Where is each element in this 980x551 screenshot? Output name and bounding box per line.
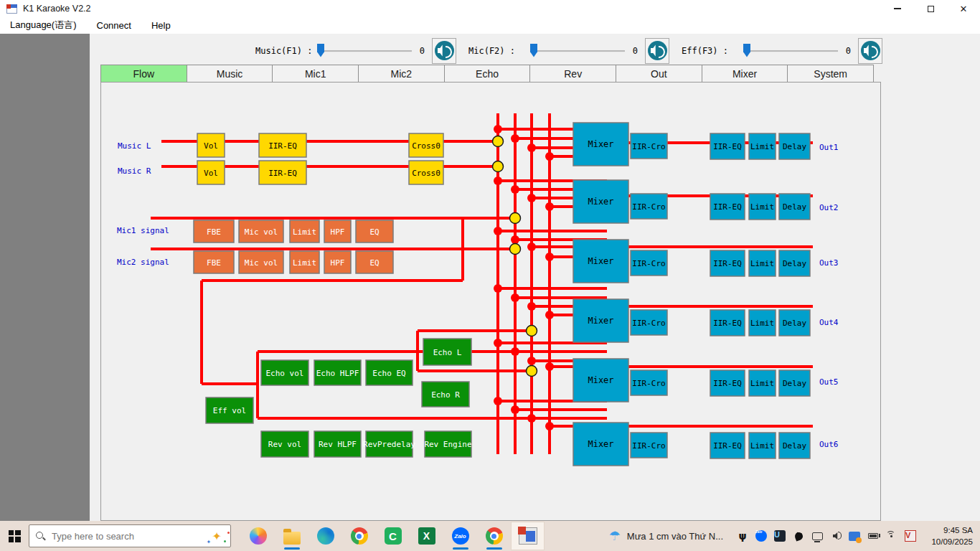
node-label: FBE (207, 258, 221, 268)
search-input[interactable] (52, 531, 212, 542)
node-label: Echo L (433, 348, 462, 357)
tab-mic1[interactable]: Mic1 (273, 65, 359, 83)
display-icon (812, 532, 823, 540)
mic-mute-button[interactable] (645, 38, 669, 64)
copilot-icon[interactable] (241, 522, 275, 550)
volume-slider-row: Music(F1) :0Mic(F2) :0Eff(F3) :0 (0, 34, 980, 65)
signal-label-out2: Out2 (819, 203, 839, 212)
source-connection-dot[interactable] (527, 326, 537, 336)
menubar: Language(语言)ConnectHelp (0, 17, 980, 34)
weather-text: Mưa 1 cm vào Thứ N... (627, 531, 723, 542)
remote-desktop-icon (849, 532, 860, 541)
junction-dot (511, 134, 519, 143)
chrome-icon[interactable] (342, 522, 376, 550)
music-mute-button[interactable] (432, 38, 456, 64)
node-label: Limit (750, 202, 774, 212)
app-window-icon (6, 4, 17, 14)
tab-flow[interactable]: Flow (100, 65, 187, 83)
junction-dot (527, 414, 536, 423)
tab-system[interactable]: System (788, 65, 874, 83)
titlebar: K1 Karaoke V2.2 ✕ (0, 0, 980, 17)
file-explorer-icon[interactable] (275, 522, 308, 550)
chrome-profile2-icon[interactable] (477, 522, 511, 550)
node-label: IIR-EQ (268, 141, 297, 151)
node-label: Mixer (588, 139, 613, 149)
speaker-icon (861, 41, 880, 60)
eff-slider-thumb[interactable] (743, 44, 750, 57)
node-label: FBE (207, 227, 221, 237)
taskbar-search[interactable]: ✦ (29, 524, 231, 547)
source-connection-dot[interactable] (493, 136, 504, 147)
node-label: Vol (204, 169, 218, 178)
edge-icon[interactable] (308, 522, 342, 550)
menu-connect[interactable]: Connect (87, 18, 141, 34)
satellite-icon[interactable] (792, 529, 805, 542)
chrome-icon (351, 527, 368, 545)
menu-language[interactable]: Language(语言) (0, 17, 87, 34)
node-label: Echo vol (266, 369, 304, 378)
music-slider[interactable] (317, 43, 412, 59)
tab-out[interactable]: Out (616, 65, 702, 83)
node-label: Limit (293, 258, 316, 268)
tab-mic2[interactable]: Mic2 (359, 65, 445, 83)
node-label: Mixer (588, 439, 613, 449)
source-connection-dot[interactable] (510, 244, 521, 255)
edge-icon (317, 527, 334, 545)
node-label: Echo EQ (372, 369, 405, 378)
k1-karaoke-app-icon[interactable] (511, 522, 545, 550)
excel-icon[interactable]: X (410, 522, 443, 550)
node-label: IIR-Cro (632, 441, 665, 451)
mic-slider-thumb[interactable] (530, 44, 537, 57)
tab-mixer[interactable]: Mixer (702, 65, 788, 83)
node-label: Limit (293, 227, 316, 237)
node-label: Delay (783, 142, 806, 151)
node-label: IIR-Cro (632, 259, 665, 268)
music-slider-value: 0 (418, 46, 425, 56)
source-connection-dot[interactable] (527, 366, 537, 377)
weather-widget[interactable]: ☂ Mưa 1 cm vào Thứ N... (609, 528, 723, 544)
ultraviewer-icon[interactable]: U (773, 529, 786, 542)
music-slider-thumb[interactable] (317, 44, 324, 57)
start-button[interactable] (0, 530, 29, 542)
menu-help[interactable]: Help (141, 18, 181, 34)
eff-slider-group: Eff(F3) :0 (682, 37, 882, 64)
node-label: RevPredelay (363, 440, 415, 449)
node-label: EQ (369, 258, 379, 268)
remote-desktop-icon[interactable] (848, 529, 861, 542)
maximize-button[interactable] (914, 0, 947, 17)
signal-label-out6: Out6 (819, 440, 839, 449)
display-icon[interactable] (811, 529, 824, 542)
junction-dot (527, 194, 536, 202)
zalo-tray-icon[interactable]: Zalo (755, 529, 768, 542)
ultraviewer-icon: U (774, 530, 786, 542)
minimize-button[interactable] (881, 0, 914, 17)
speaker-icon (648, 41, 667, 60)
mic-slider-label: Mic(F2) : (468, 46, 527, 56)
usb-icon[interactable]: ψ (736, 529, 749, 542)
zalo-tray-icon: Zalo (755, 530, 767, 542)
source-connection-dot[interactable] (510, 213, 521, 224)
eff-slider[interactable] (743, 43, 838, 59)
unikey-icon[interactable]: V (904, 529, 917, 542)
mic-slider[interactable] (530, 43, 625, 59)
eff-mute-button[interactable] (858, 38, 882, 64)
source-connection-dot[interactable] (493, 161, 504, 172)
battery-icon[interactable] (867, 529, 880, 542)
volume-icon[interactable] (829, 529, 842, 542)
wifi-icon[interactable] (885, 529, 898, 542)
zalo-icon[interactable]: Zalo (443, 522, 477, 550)
music-slider-label: Music(F1) : (255, 46, 314, 56)
zalo-icon: Zalo (452, 527, 469, 545)
close-button[interactable]: ✕ (947, 0, 980, 17)
tab-rev[interactable]: Rev (530, 65, 616, 83)
capcut-icon[interactable]: C (376, 522, 410, 550)
tab-echo[interactable]: Echo (445, 65, 531, 83)
tab-music[interactable]: Music (187, 65, 273, 83)
search-icon (35, 531, 46, 542)
taskbar-clock[interactable]: 9:45 SA 10/09/2025 (925, 524, 973, 547)
node-label: Echo R (431, 390, 460, 400)
node-label: Mixer (588, 375, 613, 385)
window-title: K1 Karaoke V2.2 (23, 4, 91, 14)
junction-dot (545, 362, 554, 371)
signal-label-out1: Out1 (819, 143, 839, 152)
